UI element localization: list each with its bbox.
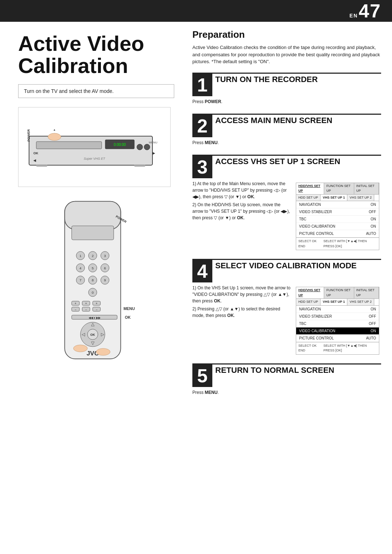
screen-footer-4: SELECT OK ENDSELECT WITH [▼▲◀] THEN PRES… [296,342,379,354]
step-3-body: 1) At the top of the Main Menu screen, m… [192,178,381,253]
screen4-tab-initial: INITIAL SET UP [354,287,379,298]
screen-tab-hdd-vhs: HDD/VHS SET UP [296,183,324,194]
step-4-number: 4 [192,260,212,282]
svg-point-5 [144,144,150,150]
svg-text:▶: ▶ [152,151,155,155]
step-2-body: Press MENU. [192,137,381,148]
screen-sub-vhs2: VHS SET UP 2 [347,195,374,201]
svg-text:◀: ◀ [33,159,36,162]
step-2-block: 2 ACCESS MAIN MENU SCREEN Press MENU. [192,114,381,148]
preparation-text: Active Video Calibration checks the cond… [192,44,381,65]
screen4-tab-hdd-vhs: HDD/VHS SET UP [296,287,324,298]
screen-sub-hdd: HDD SET UP [296,195,320,201]
svg-text:▽: ▽ [91,341,95,345]
svg-text:OK: OK [90,333,95,337]
step-5-number: 5 [192,364,212,387]
svg-text:△: △ [91,322,95,326]
step-1-block: 1 TURN ON THE RECORDER Press POWER. [192,73,381,107]
svg-text:2: 2 [92,254,94,258]
svg-text:8: 8 [92,278,94,282]
step-2-number: 2 [192,115,212,137]
remote-image-area: POWER MENU OK 1 2 3 4 5 6 [38,194,154,398]
step-5-body: Press MENU. [192,387,381,398]
screen-mockup-3: HDD/VHS SET UP FUNCTION SET UP INITIAL S… [296,183,379,250]
en-label: EN47 [350,1,381,20]
svg-text:OK: OK [33,151,38,155]
svg-text:MENU: MENU [123,306,135,310]
step-1-number: 1 [192,74,212,96]
svg-rect-17 [65,201,121,229]
screen4-tab-function: FUNCTION SET UP [324,287,354,298]
svg-text:◁: ◁ [82,332,85,337]
screen-mockup-4: HDD/VHS SET UP FUNCTION SET UP INITIAL S… [296,287,379,355]
svg-text:◀◀  ●  ▶▶: ◀◀ ● ▶▶ [89,316,101,319]
svg-text:MENU: MENU [149,141,158,144]
svg-text:0:00:00: 0:00:00 [114,143,126,147]
svg-text:7: 7 [79,278,81,282]
svg-text:OK: OK [125,315,131,319]
right-column: Preparation Active Video Calibration che… [185,22,392,412]
step-3-block: 3 ACCESS VHS SET UP 1 SCREEN 1) At the t… [192,155,381,253]
svg-text:4: 4 [79,266,82,270]
svg-rect-21 [72,226,114,240]
svg-rect-1 [36,142,102,149]
tv-instruction-box: Turn on the TV and select the AV mode. [18,84,174,98]
svg-text:+: + [95,302,97,305]
step-3-number: 3 [192,156,212,178]
svg-text:1: 1 [79,254,81,258]
svg-text:▲: ▲ [53,128,56,131]
preparation-title: Preparation [192,29,381,40]
svg-text:Super VHS ET: Super VHS ET [83,157,106,160]
svg-rect-7 [134,164,145,167]
svg-text:5: 5 [92,266,94,270]
svg-text:+: + [85,302,87,305]
step-3-title: ACCESS VHS SET UP 1 SCREEN [215,157,378,166]
svg-text:+: + [75,302,77,305]
svg-rect-6 [36,164,47,167]
svg-text:▷: ▷ [101,332,105,337]
remote-drawing: POWER MENU OK 1 2 3 4 5 6 [45,198,147,394]
left-column: Active Video Calibration Turn on the TV … [0,22,185,412]
screen-tab-function: FUNCTION SET UP [324,183,354,194]
step-1-body: Press POWER. [192,96,381,107]
svg-text:POWER: POWER [27,129,30,142]
svg-text:6: 6 [104,266,106,270]
svg-text:3: 3 [104,254,106,258]
step-4-block: 4 SELECT VIDEO CALIBRATION MODE 1) On th… [192,259,381,357]
page-title: Active Video Calibration [18,33,174,77]
page-number: 47 [359,0,381,21]
header-bar: EN47 [0,0,392,22]
screen4-sub-hdd: HDD SET UP [296,299,320,305]
svg-text:0: 0 [92,290,94,294]
svg-point-65 [96,348,110,355]
step-2-title: ACCESS MAIN MENU SCREEN [215,116,378,125]
svg-text:−: − [75,307,77,311]
svg-text:−: − [95,307,97,311]
tv-instruction-text: Turn on the TV and select the AV mode. [24,88,114,94]
step-5-block: 5 RETURN TO NORMAL SCREEN Press MENU. [192,363,381,398]
step-5-title: RETURN TO NORMAL SCREEN [215,366,378,375]
svg-text:−: − [85,307,87,311]
screen-tab-initial: INITIAL SET UP [354,183,379,194]
screen-footer-3: SELECT OK ENDSELECT WITH [▼▲◀] THEN PRES… [296,237,379,250]
main-content: Active Video Calibration Turn on the TV … [0,22,392,412]
step-1-title: TURN ON THE RECORDER [215,75,378,84]
vcr-image-area: 0:00:00 Super VHS ET POWER ▲ OK ▶ ◀ [18,107,171,187]
step-4-body: 1) On the VHS Set Up 1 screen, move the … [192,282,381,357]
svg-point-64 [73,345,87,352]
step-4-title: SELECT VIDEO CALIBRATION MODE [215,261,378,270]
screen-sub-vhs1: VHS SET UP 1 [320,195,347,201]
svg-text:9: 9 [104,278,106,282]
screen4-sub-vhs2: VHS SET UP 2 [347,299,374,305]
screen4-sub-vhs1: VHS SET UP 1 [320,299,347,305]
svg-point-4 [137,144,143,150]
svg-point-10 [48,133,61,140]
vcr-drawing: 0:00:00 Super VHS ET POWER ▲ OK ▶ ◀ [25,114,163,180]
